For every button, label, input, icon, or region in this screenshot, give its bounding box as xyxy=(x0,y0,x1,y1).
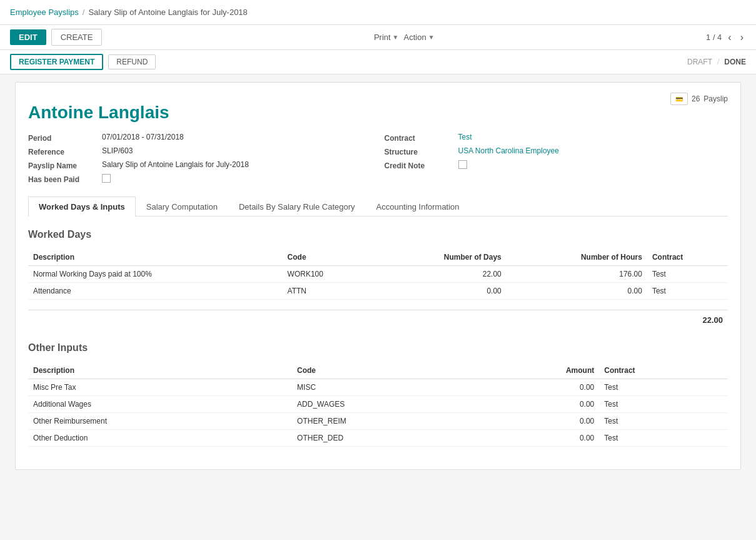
payslip-badge: 💳 26 Payslip xyxy=(670,93,728,105)
row-amount: 0.00 xyxy=(478,396,599,413)
row-contract: Test xyxy=(599,430,728,447)
prev-nav-button[interactable]: ‹ xyxy=(725,31,733,44)
row-amount: 0.00 xyxy=(478,379,599,396)
row-code: MISC xyxy=(292,379,478,396)
worked-days-title: Worked Days xyxy=(28,229,728,240)
table-row: Attendance ATTN 0.00 0.00 Test xyxy=(28,283,728,300)
employee-name: Antoine Langlais xyxy=(28,103,728,123)
tab-details-salary-rule[interactable]: Details By Salary Rule Category xyxy=(228,196,366,217)
tabs: Worked Days & Inputs Salary Computation … xyxy=(28,196,728,217)
action-button[interactable]: Action ▼ xyxy=(404,33,435,42)
worked-days-section: Worked Days Description Code Number of D… xyxy=(28,229,728,330)
row-description: Misc Pre Tax xyxy=(28,379,292,396)
breadcrumb-parent-link[interactable]: Employee Payslips xyxy=(10,8,79,17)
field-period-value: 07/01/2018 - 07/31/2018 xyxy=(102,133,184,141)
action-caret-icon: ▼ xyxy=(428,34,435,41)
credit-note-checkbox[interactable] xyxy=(458,160,467,169)
breadcrumb-current: Salary Slip of Antoine Langlais for July… xyxy=(88,8,247,17)
table-row: Other Deduction OTHER_DED 0.00 Test xyxy=(28,430,728,447)
tab-worked-days[interactable]: Worked Days & Inputs xyxy=(28,196,136,217)
refund-button[interactable]: REFUND xyxy=(108,54,156,69)
breadcrumb: Employee Payslips / Salary Slip of Antoi… xyxy=(10,8,248,17)
row-contract: Test xyxy=(647,266,728,283)
table-row: Other Reimbursement OTHER_REIM 0.00 Test xyxy=(28,413,728,430)
print-button[interactable]: Print ▼ xyxy=(374,33,399,42)
row-hours: 0.00 xyxy=(507,283,647,300)
other-inputs-table: Description Code Amount Contract Misc Pr… xyxy=(28,362,728,447)
status-done: DONE xyxy=(724,58,746,66)
payslip-label: Payslip xyxy=(703,94,728,103)
pagination-text: 1 / 4 xyxy=(706,33,722,42)
row-contract: Test xyxy=(599,379,728,396)
row-days: 22.00 xyxy=(373,266,506,283)
status-draft: DRAFT xyxy=(687,58,712,66)
payslip-icon: 💳 xyxy=(670,93,688,105)
breadcrumb-separator: / xyxy=(83,8,85,17)
worked-days-total: 22.00 xyxy=(28,310,728,330)
table-row: Normal Working Days paid at 100% WORK100… xyxy=(28,266,728,283)
row-days: 0.00 xyxy=(373,283,506,300)
field-payslip-name: Payslip Name Salary Slip of Antoine Lang… xyxy=(28,160,372,170)
document-card: 💳 26 Payslip Antoine Langlais Period 07/… xyxy=(15,82,741,470)
row-amount: 0.00 xyxy=(478,430,599,447)
next-nav-button[interactable]: › xyxy=(738,31,746,44)
field-paid-label: Has been Paid xyxy=(28,174,97,184)
form-fields-left: Period 07/01/2018 - 07/31/2018 Reference… xyxy=(28,133,372,184)
col-code: Code xyxy=(292,362,478,379)
row-code: OTHER_REIM xyxy=(292,413,478,430)
col-description: Description xyxy=(28,362,292,379)
tab-salary-computation[interactable]: Salary Computation xyxy=(136,196,228,217)
field-payslip-name-value: Salary Slip of Antoine Langlais for July… xyxy=(102,160,249,169)
has-been-paid-checkbox[interactable] xyxy=(102,174,111,183)
col-description: Description xyxy=(28,249,283,266)
row-description: Attendance xyxy=(28,283,283,300)
form-fields: Period 07/01/2018 - 07/31/2018 Reference… xyxy=(28,133,728,184)
main-content: 💳 26 Payslip Antoine Langlais Period 07/… xyxy=(0,74,756,477)
row-hours: 176.00 xyxy=(507,266,647,283)
form-fields-right: Contract Test Structure USA North Caroli… xyxy=(385,133,728,184)
field-reference-value: SLIP/603 xyxy=(102,146,133,155)
status-separator: / xyxy=(717,58,719,66)
field-structure-label: Structure xyxy=(385,146,453,156)
table-row: Misc Pre Tax MISC 0.00 Test xyxy=(28,379,728,396)
row-amount: 0.00 xyxy=(478,413,599,430)
field-contract-label: Contract xyxy=(385,133,453,143)
create-button[interactable]: CREATE xyxy=(51,29,103,46)
field-credit-note: Credit Note xyxy=(385,160,728,170)
col-contract: Contract xyxy=(647,249,728,266)
field-contract: Contract Test xyxy=(385,133,728,143)
print-caret-icon: ▼ xyxy=(393,34,399,41)
row-description: Other Reimbursement xyxy=(28,413,292,430)
other-inputs-section: Other Inputs Description Code Amount Con… xyxy=(28,342,728,447)
payslip-count: 26 xyxy=(692,94,700,103)
field-reference-label: Reference xyxy=(28,146,97,156)
worked-days-table: Description Code Number of Days Number o… xyxy=(28,249,728,300)
field-period: Period 07/01/2018 - 07/31/2018 xyxy=(28,133,372,143)
field-structure-value[interactable]: USA North Carolina Employee xyxy=(458,146,559,155)
action-bar: REGISTER PAYMENT REFUND DRAFT / DONE xyxy=(0,50,756,74)
field-structure: Structure USA North Carolina Employee xyxy=(385,146,728,156)
col-code: Code xyxy=(283,249,373,266)
row-contract: Test xyxy=(599,413,728,430)
other-inputs-title: Other Inputs xyxy=(28,342,728,354)
col-amount: Amount xyxy=(478,362,599,379)
breadcrumb-bar: Employee Payslips / Salary Slip of Antoi… xyxy=(0,0,756,25)
toolbar-right: 1 / 4 ‹ › xyxy=(706,31,746,44)
row-code: ADD_WAGES xyxy=(292,396,478,413)
status-bar: DRAFT / DONE xyxy=(687,58,746,66)
field-has-been-paid: Has been Paid xyxy=(28,174,372,184)
field-period-label: Period xyxy=(28,133,97,143)
col-number-of-hours: Number of Hours xyxy=(507,249,647,266)
row-contract: Test xyxy=(647,283,728,300)
field-credit-note-label: Credit Note xyxy=(385,160,453,170)
row-code: ATTN xyxy=(283,283,373,300)
field-reference: Reference SLIP/603 xyxy=(28,146,372,156)
tab-accounting-info[interactable]: Accounting Information xyxy=(366,196,470,217)
row-code: WORK100 xyxy=(283,266,373,283)
col-number-of-days: Number of Days xyxy=(373,249,506,266)
edit-button[interactable]: EDIT xyxy=(10,29,46,45)
register-payment-button[interactable]: REGISTER PAYMENT xyxy=(10,54,103,70)
field-contract-value[interactable]: Test xyxy=(458,133,472,141)
table-row: Additional Wages ADD_WAGES 0.00 Test xyxy=(28,396,728,413)
row-description: Normal Working Days paid at 100% xyxy=(28,266,283,283)
